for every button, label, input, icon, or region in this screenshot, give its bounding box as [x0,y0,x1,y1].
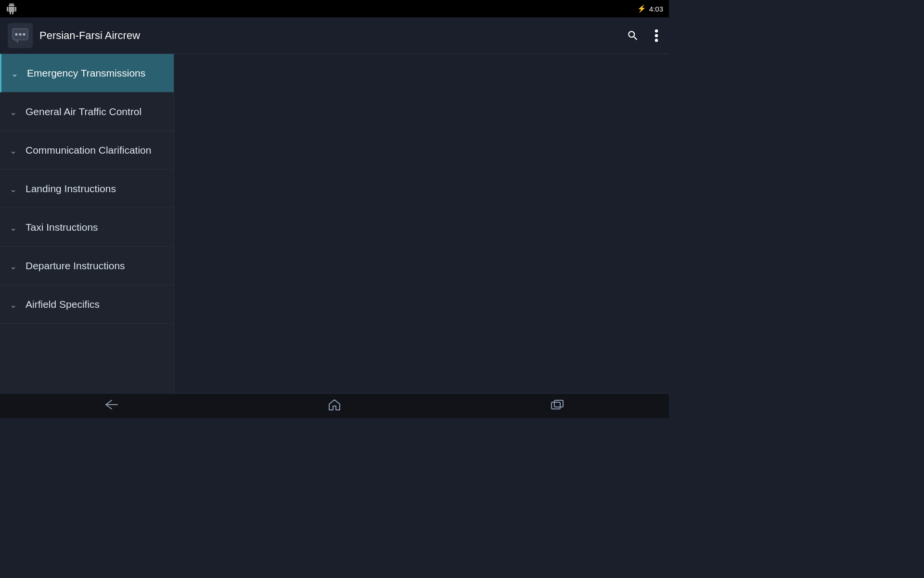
chat-bubble-icon [12,28,29,43]
nav-label-2: Communication Clarification [26,144,151,157]
chevron-icon-5: ⌄ [10,261,17,272]
status-bar: ⚡ 4:03 [0,0,669,17]
back-icon [105,399,118,410]
sidebar-item-communication-clarification[interactable]: ⌄ Communication Clarification [0,131,174,170]
back-button[interactable] [95,395,128,417]
nav-label-6: Airfield Specifics [26,298,100,311]
android-icon [6,3,17,14]
bottom-nav [0,393,669,418]
content-area [174,54,669,393]
svg-point-6 [655,39,658,42]
home-icon [328,399,341,410]
chevron-icon-0: ⌄ [11,68,18,79]
home-button[interactable] [319,395,350,417]
chevron-icon-1: ⌄ [10,107,17,118]
search-button[interactable] [624,26,642,45]
status-bar-right: ⚡ 4:03 [637,4,663,13]
recents-icon [551,399,564,410]
main-layout: ⌄ Emergency Transmissions ⌄ General Air … [0,54,669,393]
time-display: 4:03 [649,5,663,13]
svg-point-1 [15,33,17,35]
app-title: Persian-Farsi Aircrew [39,29,624,42]
nav-label-0: Emergency Transmissions [27,66,145,79]
nav-label-4: Taxi Instructions [26,221,98,234]
more-options-button[interactable] [652,26,661,45]
chevron-icon-3: ⌄ [10,184,17,195]
sidebar-item-general-air-traffic-control[interactable]: ⌄ General Air Traffic Control [0,92,174,131]
more-options-icon [654,29,658,42]
sidebar-item-departure-instructions[interactable]: ⌄ Departure Instructions [0,247,174,285]
app-bar-actions [624,26,661,45]
svg-point-4 [655,29,658,33]
svg-rect-8 [554,400,563,407]
chevron-icon-2: ⌄ [10,145,17,156]
svg-point-3 [23,33,25,35]
chevron-icon-6: ⌄ [10,300,17,310]
sidebar-item-airfield-specifics[interactable]: ⌄ Airfield Specifics [0,285,174,324]
sidebar-item-taxi-instructions[interactable]: ⌄ Taxi Instructions [0,208,174,247]
nav-label-5: Departure Instructions [26,259,125,272]
svg-rect-9 [552,402,560,409]
nav-label-1: General Air Traffic Control [26,105,141,118]
sidebar-item-emergency-transmissions[interactable]: ⌄ Emergency Transmissions [0,54,174,92]
status-bar-left [6,3,17,14]
sidebar-item-landing-instructions[interactable]: ⌄ Landing Instructions [0,170,174,208]
search-icon [627,29,639,42]
nav-label-3: Landing Instructions [26,182,116,195]
svg-point-2 [19,33,21,35]
app-logo [8,23,33,48]
app-bar: Persian-Farsi Aircrew [0,17,669,54]
battery-icon: ⚡ [637,4,646,13]
recents-button[interactable] [541,395,574,417]
sidebar: ⌄ Emergency Transmissions ⌄ General Air … [0,54,174,393]
svg-point-5 [655,34,658,37]
chevron-icon-4: ⌄ [10,223,17,233]
